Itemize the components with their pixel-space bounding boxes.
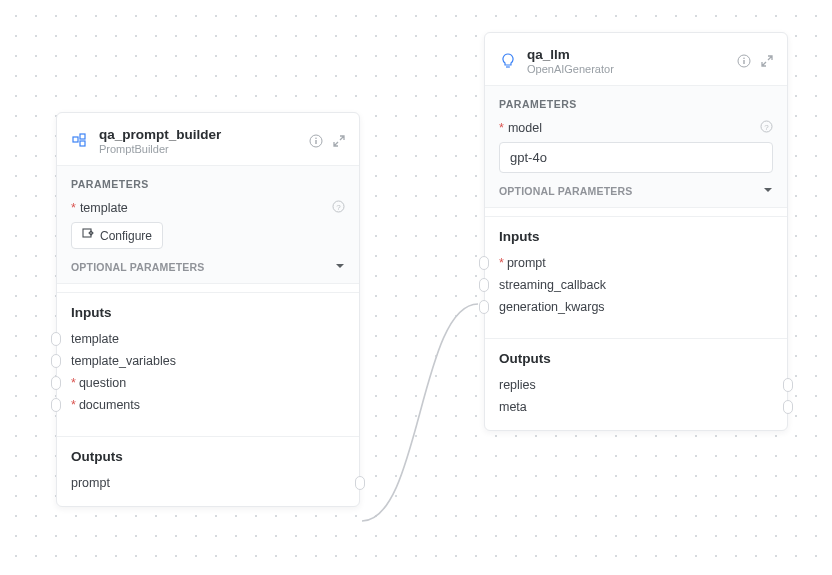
help-icon[interactable]: ? — [332, 200, 345, 216]
lightbulb-icon — [499, 52, 517, 70]
chevron-down-icon — [763, 185, 773, 197]
svg-rect-0 — [73, 137, 78, 142]
port-handle[interactable] — [51, 354, 61, 368]
input-documents: *documents — [71, 394, 345, 416]
node-header: qa_prompt_builder PromptBuilder — [57, 113, 359, 165]
inputs-heading: Inputs — [71, 305, 345, 320]
info-icon[interactable] — [309, 134, 323, 148]
input-template: template — [71, 328, 345, 350]
port-handle[interactable] — [355, 476, 365, 490]
port-handle[interactable] — [51, 332, 61, 346]
configure-label: Configure — [100, 229, 152, 243]
param-model-label: *model ? — [499, 120, 773, 136]
parameters-block: PARAMETERS *model ? OPTIONAL PARAMETERS — [485, 85, 787, 208]
port-handle[interactable] — [51, 376, 61, 390]
outputs-heading: Outputs — [71, 449, 345, 464]
node-title: qa_prompt_builder — [99, 127, 221, 142]
svg-rect-5 — [315, 140, 316, 144]
info-icon[interactable] — [737, 54, 751, 68]
node-qa-llm[interactable]: qa_llm OpenAIGenerator PARAMETERS *model… — [484, 32, 788, 431]
inputs-section: Inputs *prompt streaming_callback genera… — [485, 216, 787, 330]
node-title: qa_llm — [527, 47, 614, 62]
model-input[interactable] — [499, 142, 773, 173]
svg-rect-8 — [83, 229, 91, 237]
port-handle[interactable] — [51, 398, 61, 412]
port-handle[interactable] — [479, 278, 489, 292]
chevron-down-icon — [335, 261, 345, 273]
input-template-variables: template_variables — [71, 350, 345, 372]
svg-point-4 — [315, 138, 317, 140]
input-generation-kwargs: generation_kwargs — [499, 296, 773, 318]
inputs-heading: Inputs — [499, 229, 773, 244]
svg-text:?: ? — [764, 123, 769, 132]
outputs-section: Outputs replies meta — [485, 338, 787, 430]
port-handle[interactable] — [479, 256, 489, 270]
node-qa-prompt-builder[interactable]: qa_prompt_builder PromptBuilder PARAMETE… — [56, 112, 360, 507]
inputs-section: Inputs template template_variables *ques… — [57, 292, 359, 428]
svg-rect-1 — [80, 134, 85, 139]
node-subtitle: OpenAIGenerator — [527, 63, 614, 75]
parameters-block: PARAMETERS *template ? Configure OPTIONA… — [57, 165, 359, 284]
grid-icon — [71, 132, 89, 150]
input-prompt: *prompt — [499, 252, 773, 274]
param-template-label: *template ? — [71, 200, 345, 216]
outputs-section: Outputs prompt — [57, 436, 359, 506]
port-handle[interactable] — [479, 300, 489, 314]
output-meta: meta — [499, 396, 773, 418]
parameters-heading: PARAMETERS — [71, 178, 345, 190]
node-subtitle: PromptBuilder — [99, 143, 221, 155]
svg-point-10 — [743, 58, 745, 60]
input-streaming-callback: streaming_callback — [499, 274, 773, 296]
input-question: *question — [71, 372, 345, 394]
configure-button[interactable]: Configure — [71, 222, 163, 249]
help-icon[interactable]: ? — [760, 120, 773, 136]
edit-icon — [82, 228, 94, 243]
output-prompt: prompt — [71, 472, 345, 494]
port-handle[interactable] — [783, 378, 793, 392]
svg-rect-2 — [80, 141, 85, 146]
expand-icon[interactable] — [333, 135, 345, 147]
node-header: qa_llm OpenAIGenerator — [485, 33, 787, 85]
svg-text:?: ? — [336, 203, 341, 212]
svg-rect-11 — [743, 60, 744, 64]
parameters-heading: PARAMETERS — [499, 98, 773, 110]
port-handle[interactable] — [783, 400, 793, 414]
optional-parameters-toggle[interactable]: OPTIONAL PARAMETERS — [499, 185, 773, 197]
outputs-heading: Outputs — [499, 351, 773, 366]
optional-parameters-toggle[interactable]: OPTIONAL PARAMETERS — [71, 261, 345, 273]
output-replies: replies — [499, 374, 773, 396]
expand-icon[interactable] — [761, 55, 773, 67]
